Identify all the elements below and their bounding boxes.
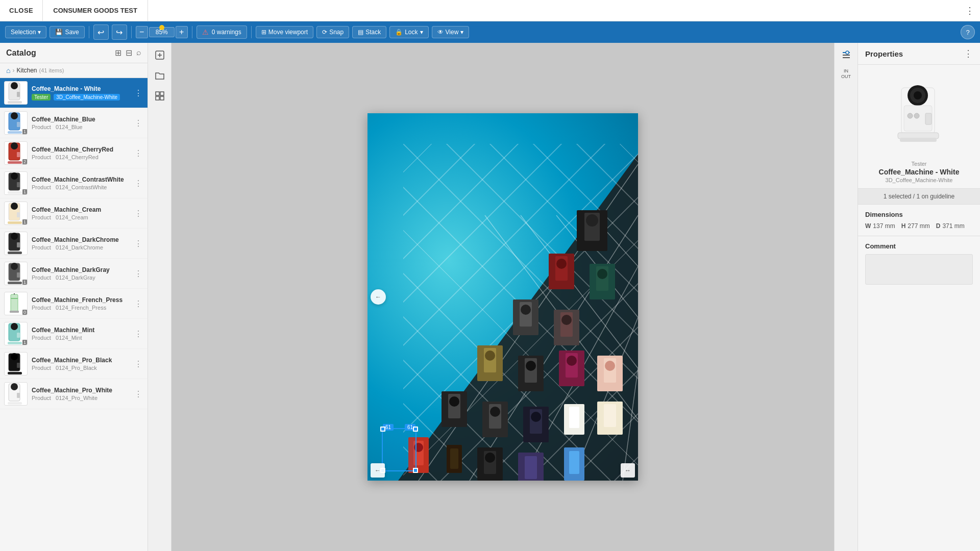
dimensions-title: Dimensions xyxy=(865,211,973,218)
d-label: D xyxy=(936,222,941,230)
item-thumbnail xyxy=(4,352,28,375)
handle-br[interactable] xyxy=(413,468,418,473)
catalog-search-icon[interactable]: ⌕ xyxy=(136,48,141,58)
chevron-down-icon: ▾ xyxy=(420,29,423,36)
list-item[interactable]: 1 Coffee_Machine_ContrastWhite Product 0… xyxy=(0,168,148,198)
list-item[interactable]: 0 Coffee_Machine_French_Press Product 01… xyxy=(0,289,148,319)
catalog-layout-icon[interactable]: ⊞ xyxy=(115,48,121,58)
properties-panel: Properties ⋮ xyxy=(857,43,980,551)
breadcrumb: ⌂ › Kitchen (41 items) xyxy=(0,63,148,78)
svg-point-13 xyxy=(11,172,18,180)
comment-input[interactable] xyxy=(865,254,973,285)
help-button[interactable]: ? xyxy=(961,25,975,39)
h-value: 277 mm xyxy=(908,222,929,230)
svg-point-92 xyxy=(490,407,500,417)
canvas-nav-left[interactable]: ← xyxy=(371,289,386,305)
item-more-icon[interactable]: ⋮ xyxy=(133,358,143,370)
in-out-button[interactable]: IN OUT xyxy=(839,66,853,81)
svg-rect-43 xyxy=(8,402,22,405)
item-thumbnail xyxy=(4,232,28,255)
lock-button[interactable]: 🔒 Lock ▾ xyxy=(389,26,428,38)
svg-point-107 xyxy=(485,453,495,463)
item-thumbnail: 1 xyxy=(4,111,28,135)
undo-button[interactable]: ↩ xyxy=(93,24,109,40)
stack-icon: ▤ xyxy=(358,29,363,36)
item-more-icon[interactable]: ⋮ xyxy=(133,87,143,99)
item-more-icon[interactable]: ⋮ xyxy=(133,178,143,189)
grid-tool[interactable] xyxy=(151,87,169,105)
selection-button[interactable]: Selection ▾ xyxy=(5,26,46,38)
product-preview: Tester Coffee_Machine - White 3D_Coffee_… xyxy=(858,65,980,189)
open-folder-tool[interactable] xyxy=(151,66,169,85)
svg-point-119 xyxy=(914,91,922,99)
svg-point-71 xyxy=(521,305,531,315)
item-more-icon[interactable]: ⋮ xyxy=(133,147,143,159)
view-button[interactable]: 👁 View ▾ xyxy=(432,26,470,38)
stack-button[interactable]: ▤ Stack xyxy=(352,26,386,38)
svg-point-62 xyxy=(586,214,598,227)
add-item-tool[interactable] xyxy=(151,46,169,64)
svg-rect-109 xyxy=(525,456,537,479)
save-button[interactable]: 💾 Save xyxy=(50,26,84,38)
list-item[interactable]: 1 Coffee_Machine_DarkGray Product 0124_D… xyxy=(0,259,148,289)
svg-rect-11 xyxy=(8,161,22,164)
svg-rect-47 xyxy=(156,92,159,95)
item-product: Product 0124_Mint xyxy=(32,335,129,341)
item-more-icon[interactable]: ⋮ xyxy=(133,208,143,219)
svg-point-77 xyxy=(485,350,495,361)
item-name: Coffee_Machine_Pro_White xyxy=(32,387,129,395)
warnings-button[interactable]: ⚠ 0 warnings xyxy=(197,26,247,39)
item-more-icon[interactable]: ⋮ xyxy=(133,388,143,400)
svg-point-41 xyxy=(11,383,18,390)
zoom-in-button[interactable]: + xyxy=(176,26,188,38)
close-button[interactable]: CLOSE xyxy=(0,0,43,21)
handle-tr[interactable] xyxy=(413,427,418,432)
item-more-icon[interactable]: ⋮ xyxy=(133,117,143,129)
list-item[interactable]: Coffee_Machine_Pro_White Product 0124_Pr… xyxy=(0,379,148,409)
canvas-viewport[interactable]: 61 61 ← ← ↔ xyxy=(368,113,638,481)
svg-point-33 xyxy=(11,323,18,330)
list-item[interactable]: Coffee_Machine - White Tester 3D_Coffee_… xyxy=(0,78,148,108)
item-more-icon[interactable]: ⋮ xyxy=(133,298,143,310)
list-item[interactable]: 1 Coffee_Machine_Blue Product 0124_Blue … xyxy=(0,108,148,138)
move-viewport-button[interactable]: ⊞ Move viewport xyxy=(256,26,313,38)
redo-button[interactable]: ↪ xyxy=(112,24,127,40)
list-item[interactable]: Coffee_Machine_Pro_Black Product 0124_Pr… xyxy=(0,349,148,379)
svg-rect-10 xyxy=(17,152,20,157)
breadcrumb-home-icon[interactable]: ⌂ xyxy=(6,66,10,74)
canvas-nav-bottom-left[interactable]: ← xyxy=(371,463,385,478)
svg-rect-121 xyxy=(925,113,932,124)
snap-button[interactable]: ⟳ Snap xyxy=(316,26,349,38)
list-item[interactable]: 2 Coffee_Machine_CherryRed Product 0124_… xyxy=(0,138,148,168)
list-item[interactable]: Coffee_Machine_DarkChrome Product 0124_D… xyxy=(0,229,148,259)
zoom-out-button[interactable]: − xyxy=(136,26,148,38)
handle-tl[interactable] xyxy=(380,427,385,432)
props-product-name: Coffee_Machine - White xyxy=(879,168,960,176)
svg-rect-2 xyxy=(17,92,20,97)
properties-tool[interactable] xyxy=(837,46,855,64)
warning-icon: ⚠ xyxy=(202,28,209,36)
3d-tag: 3D_Coffee_Machine-White xyxy=(54,94,120,101)
canvas-nav-expand[interactable]: ↔ xyxy=(621,463,635,478)
sidebar: Catalog ⊞ ⊟ ⌕ ⌂ › Kitchen (41 items) xyxy=(0,43,148,551)
svg-point-68 xyxy=(597,269,607,279)
properties-more-icon[interactable]: ⋮ xyxy=(964,48,973,59)
canvas-area[interactable]: 61 61 ← ← ↔ xyxy=(172,43,834,551)
item-name: Coffee_Machine_Mint xyxy=(32,327,129,335)
chevron-down-icon: ▾ xyxy=(38,29,41,36)
item-more-icon[interactable]: ⋮ xyxy=(133,238,143,249)
svg-rect-3 xyxy=(8,101,22,104)
list-item[interactable]: 1 Coffee_Machine_Mint Product 0124_Mint … xyxy=(0,319,148,349)
item-more-icon[interactable]: ⋮ xyxy=(133,268,143,280)
catalog-filter-icon[interactable]: ⊟ xyxy=(126,48,132,58)
item-name: Coffee_Machine_DarkGray xyxy=(32,266,129,274)
svg-rect-111 xyxy=(569,451,579,474)
topbar-more-icon[interactable]: ⋮ xyxy=(960,0,980,21)
item-more-icon[interactable]: ⋮ xyxy=(133,328,143,340)
item-product: Product 0124_DarkGray xyxy=(32,274,129,281)
svg-rect-35 xyxy=(8,342,22,344)
item-thumbnail: 1 xyxy=(4,322,28,345)
catalog-header: Catalog ⊞ ⊟ ⌕ xyxy=(0,43,148,63)
list-item[interactable]: 1 Coffee_Machine_Cream Product 0124_Crea… xyxy=(0,198,148,229)
item-thumbnail: 0 xyxy=(4,292,28,315)
